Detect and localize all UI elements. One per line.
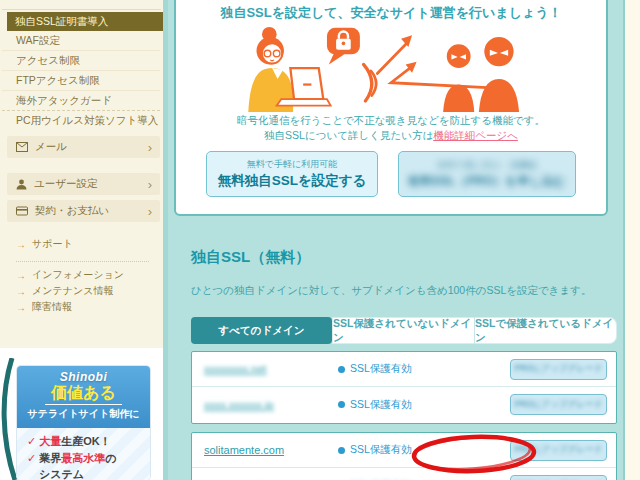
sidebar-section-user-settings[interactable]: ユーザー設定 › bbox=[7, 173, 160, 195]
ssl-status-label: SSL保護有効 bbox=[350, 362, 412, 376]
setup-free-ssl-button[interactable]: 無料で手軽に利用可能 無料独自SSLを設定する bbox=[206, 151, 378, 197]
ssl-status: SSL保護有効 bbox=[338, 362, 510, 376]
arrow-right-icon: → bbox=[16, 286, 26, 297]
shinobi-logo: Shinobi bbox=[60, 370, 108, 384]
sidebar-item-ssl-cert[interactable]: 独自SSL証明書導入 bbox=[7, 12, 163, 31]
check-icon: ✓ bbox=[27, 435, 36, 447]
table-row: xxxx.xxxxxx.jp SSL保護有効 PROにアップグレード bbox=[192, 387, 616, 422]
free-ssl-label: 無料独自SSLを設定する bbox=[218, 172, 367, 190]
sidebar-link-support[interactable]: → サポート bbox=[0, 234, 163, 254]
mail-icon bbox=[16, 142, 28, 152]
ssl-protection-illustration bbox=[226, 26, 556, 112]
sidebar-item-waf[interactable]: WAF設定 bbox=[2, 31, 160, 51]
free-ssl-caption: 無料で手軽に利用可能 bbox=[247, 158, 337, 171]
tab-all-domains[interactable]: すべてのドメイン bbox=[191, 317, 332, 344]
ad-point-1: ✓大量生産OK！ bbox=[27, 433, 150, 450]
status-dot-icon bbox=[338, 366, 345, 373]
domain-link-solitamente[interactable]: solitamente.com bbox=[204, 444, 338, 456]
sidebar-section-user-settings-label: ユーザー設定 bbox=[34, 177, 141, 191]
ssl-status: SSL保護有効 bbox=[338, 443, 510, 457]
sidebar-top-divider bbox=[2, 0, 161, 10]
sidebar-section-mail[interactable]: メール › bbox=[7, 136, 160, 158]
status-dot-icon bbox=[338, 447, 345, 454]
shinobi-ad-banner[interactable]: Shinobi 価値ある サテライトサイト制作に ✓大量生産OK！ ✓業界最高水… bbox=[17, 366, 150, 480]
domain-link-blurred[interactable]: xxxx.xxxxxx.jp bbox=[204, 399, 338, 411]
sidebar-section-contract-payment[interactable]: 契約・お支払い › bbox=[7, 200, 160, 222]
promo-buttons: 無料で手軽に利用可能 無料独自SSLを設定する 有料で更に安心・高機能 有料SS… bbox=[176, 151, 606, 197]
upgrade-pro-button-blurred[interactable]: PROにアップグレード bbox=[510, 394, 607, 415]
paid-ssl-caption-blurred: 有料で更に安心・高機能 bbox=[437, 159, 536, 172]
ad-point-2: ✓業界最高水準の bbox=[27, 450, 150, 467]
sidebar-bottom-panel: Shinobi 価値ある サテライトサイト制作に ✓大量生産OK！ ✓業界最高水… bbox=[0, 348, 163, 480]
table-row: xxxxxxxx.net SSL保護有効 PROにアップグレード bbox=[192, 352, 616, 387]
domain-group-1: xxxxxxxx.net SSL保護有効 PROにアップグレード xxxx.xx… bbox=[191, 351, 617, 424]
promo-detail-line: 独自SSLについて詳しく見たい方は機能詳細ページへ bbox=[176, 129, 606, 143]
sidebar-section-mail-label: メール bbox=[35, 140, 141, 154]
tab-protected-domains[interactable]: SSLで保護されているドメイン bbox=[474, 317, 617, 344]
sidebar-item-access-limit[interactable]: アクセス制限 bbox=[2, 51, 160, 71]
promo-title: 独自SSLを設定して、安全なサイト運営を行いましょう！ bbox=[176, 4, 606, 22]
sidebar-link-incident-label: 障害情報 bbox=[32, 300, 72, 314]
sidebar: 独自SSL証明書導入 WAF設定 アクセス制限 FTPアクセス制限 海外アタック… bbox=[0, 0, 163, 480]
ad-banner-bottom: ✓大量生産OK！ ✓業界最高水準の システム bbox=[17, 428, 150, 480]
check-icon: ✓ bbox=[27, 452, 36, 464]
sidebar-dotted-divider bbox=[16, 261, 149, 262]
section-subtitle: ひとつの独自ドメインに対して、サブドメインも含め100件のSSLを設定できます。 bbox=[191, 284, 592, 298]
chevron-right-icon: › bbox=[148, 205, 152, 218]
sidebar-link-support-label: サポート bbox=[32, 237, 73, 251]
promo-description: 暗号化通信を行うことで不正な覗き見などを防止する機能です。 bbox=[176, 114, 606, 128]
paid-ssl-label-blurred: 有料SSL（PRO）を申し込む bbox=[408, 173, 566, 190]
table-row: solitamente.com SSL保護有効 PROにアップグレード bbox=[192, 433, 616, 468]
sidebar-link-information[interactable]: → インフォメーション bbox=[0, 267, 163, 283]
domain-group-2: solitamente.com SSL保護有効 PROにアップグレード xxxx… bbox=[191, 432, 617, 480]
domain-link-blurred[interactable]: xxxxxxxx.net bbox=[204, 363, 338, 375]
upgrade-pro-button-blurred[interactable]: PROにアップグレード bbox=[510, 440, 607, 461]
upgrade-pro-button-blurred[interactable]: PROにアップグレード bbox=[510, 359, 607, 380]
control-panel-screen: 独自SSL証明書導入 WAF設定 アクセス制限 FTPアクセス制限 海外アタック… bbox=[0, 0, 640, 480]
sidebar-link-information-label: インフォメーション bbox=[32, 268, 124, 282]
sidebar-link-maintenance[interactable]: → メンテナンス情報 bbox=[0, 283, 163, 299]
ad-point-3-partial: システム bbox=[27, 466, 150, 480]
chevron-right-icon: › bbox=[148, 178, 152, 191]
sidebar-link-maintenance-label: メンテナンス情報 bbox=[32, 284, 113, 298]
paid-ssl-button-blurred[interactable]: 有料で更に安心・高機能 有料SSL（PRO）を申し込む bbox=[398, 151, 576, 197]
sidebar-item-overseas-attack-guard[interactable]: 海外アタックガード bbox=[2, 91, 160, 111]
ssl-promo-box: 独自SSLを設定して、安全なサイト運営を行いましょう！ bbox=[174, 0, 608, 216]
domain-filter-tabs: すべてのドメイン SSL保護されていないドメイン SSLで保護されているドメイン bbox=[191, 317, 617, 344]
ssl-status-label: SSL保護有効 bbox=[350, 443, 412, 457]
sidebar-section-contract-payment-label: 契約・お支払い bbox=[35, 204, 141, 218]
table-row: xxxxxxx.com SSL保護有効 PROにアップグレード bbox=[192, 468, 616, 480]
ad-headline: 価値ある bbox=[45, 384, 122, 405]
ssl-status-label: SSL保護有効 bbox=[350, 398, 412, 412]
sidebar-item-ftp-access-limit[interactable]: FTPアクセス制限 bbox=[2, 71, 160, 91]
upgrade-pro-button-blurred[interactable]: PROにアップグレード bbox=[510, 475, 607, 480]
feature-detail-link[interactable]: 機能詳細ページへ bbox=[433, 129, 518, 141]
arrow-right-icon: → bbox=[16, 239, 26, 250]
ad-banner-top: Shinobi 価値ある サテライトサイト制作に bbox=[17, 366, 150, 428]
status-dot-icon bbox=[338, 401, 345, 408]
main-content: 独自SSLを設定して、安全なサイト運営を行いましょう！ bbox=[163, 0, 625, 480]
sidebar-link-incident[interactable]: → 障害情報 bbox=[0, 299, 163, 315]
payment-card-icon bbox=[16, 206, 28, 216]
chevron-right-icon: › bbox=[148, 141, 152, 154]
user-icon bbox=[16, 179, 27, 190]
arrow-right-icon: → bbox=[16, 270, 26, 281]
arrow-right-icon: → bbox=[16, 302, 26, 313]
section-title: 独自SSL（無料） bbox=[191, 248, 310, 267]
sidebar-item-pc-antivirus[interactable]: PC用ウイルス対策ソフト導入 bbox=[2, 111, 160, 131]
ad-subheadline: サテライトサイト制作に bbox=[27, 407, 139, 421]
ssl-status: SSL保護有効 bbox=[338, 398, 510, 412]
tab-unprotected-domains[interactable]: SSL保護されていないドメイン bbox=[332, 317, 474, 344]
